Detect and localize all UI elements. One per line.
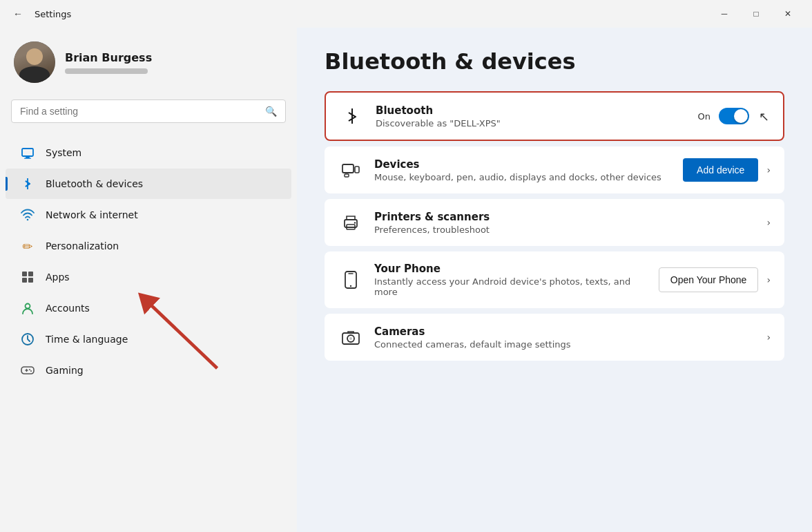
printers-subtitle: Preferences, troubleshoot: [374, 225, 755, 235]
sidebar-label-bluetooth: Bluetooth & devices: [46, 178, 143, 189]
printers-card-icon: [338, 210, 363, 235]
phone-subtitle: Instantly access your Android device's p…: [374, 276, 648, 297]
search-box: 🔍: [11, 99, 286, 123]
phone-card-text: Your Phone Instantly access your Android…: [374, 263, 648, 297]
phone-action: Open Your Phone ›: [659, 267, 771, 292]
bluetooth-subtitle: Discoverable as "DELL-XPS": [376, 118, 686, 129]
devices-chevron: ›: [766, 164, 771, 175]
main-content: Bluetooth & devices Bluetooth Discoverab…: [297, 28, 812, 532]
sidebar-item-personalization[interactable]: ✏️ Personalization: [6, 231, 291, 261]
svg-rect-5: [22, 272, 27, 276]
time-icon: [19, 331, 36, 348]
svg-point-25: [350, 285, 351, 287]
sidebar-item-accounts[interactable]: Accounts: [6, 293, 291, 323]
sidebar-label-accounts: Accounts: [46, 303, 90, 314]
printers-action: ›: [766, 217, 771, 228]
cameras-action: ›: [766, 332, 771, 343]
sidebar-item-time[interactable]: Time & language: [6, 324, 291, 354]
svg-point-9: [26, 304, 30, 309]
svg-point-4: [27, 219, 29, 221]
gaming-icon: [19, 362, 36, 379]
sidebar-item-gaming[interactable]: Gaming: [6, 355, 291, 386]
svg-rect-7: [22, 278, 27, 283]
maximize-button[interactable]: □: [740, 3, 772, 25]
svg-rect-2: [24, 158, 31, 159]
phone-card[interactable]: Your Phone Instantly access your Android…: [325, 251, 784, 308]
user-info: Brian Burgess: [65, 51, 152, 74]
svg-rect-18: [342, 164, 354, 173]
search-container: 🔍: [0, 94, 297, 134]
printers-card[interactable]: Printers & scanners Preferences, trouble…: [325, 199, 784, 246]
svg-point-15: [30, 370, 32, 372]
cameras-card[interactable]: Cameras Connected cameras, default image…: [325, 314, 784, 361]
printers-card-text: Printers & scanners Preferences, trouble…: [374, 211, 755, 235]
printers-title: Printers & scanners: [374, 211, 755, 223]
cameras-title: Cameras: [374, 325, 755, 338]
back-button[interactable]: ←: [8, 4, 28, 23]
avatar-image: [14, 41, 55, 83]
bluetooth-title: Bluetooth: [376, 104, 686, 117]
devices-action: Add device ›: [683, 158, 771, 182]
system-icon: [19, 144, 36, 161]
avatar: [14, 41, 55, 83]
open-phone-button[interactable]: Open Your Phone: [659, 267, 759, 292]
svg-rect-0: [22, 149, 33, 156]
devices-card[interactable]: Devices Mouse, keyboard, pen, audio, dis…: [325, 146, 784, 193]
minimize-button[interactable]: ─: [708, 3, 740, 25]
sidebar: Brian Burgess 🔍 System: [0, 28, 297, 532]
devices-subtitle: Mouse, keyboard, pen, audio, displays an…: [374, 172, 672, 182]
user-profile: Brian Burgess: [0, 28, 297, 94]
phone-title: Your Phone: [374, 263, 648, 275]
bluetooth-card-text: Bluetooth Discoverable as "DELL-XPS": [376, 104, 686, 129]
bluetooth-card-icon: [340, 104, 365, 129]
cameras-card-text: Cameras Connected cameras, default image…: [374, 325, 755, 350]
phone-card-icon: [338, 267, 363, 292]
add-device-button[interactable]: Add device: [683, 158, 758, 182]
devices-card-text: Devices Mouse, keyboard, pen, audio, dis…: [374, 158, 672, 182]
apps-icon: [19, 269, 36, 285]
devices-card-icon: [338, 158, 363, 182]
search-input[interactable]: [20, 106, 260, 117]
sidebar-label-apps: Apps: [46, 272, 70, 283]
svg-rect-19: [355, 167, 359, 173]
bluetooth-toggle[interactable]: [719, 108, 749, 124]
cursor-indicator: ↖: [759, 109, 769, 124]
title-bar-left: ← Settings: [8, 4, 71, 23]
svg-point-29: [349, 337, 352, 340]
sidebar-item-apps[interactable]: Apps: [6, 262, 291, 292]
sidebar-label-gaming: Gaming: [46, 365, 84, 376]
cameras-card-icon: [338, 325, 363, 350]
sidebar-label-time: Time & language: [46, 334, 128, 345]
nav-list: System Bluetooth & devices: [0, 134, 297, 389]
svg-rect-20: [345, 174, 349, 177]
toggle-on-label: On: [697, 111, 710, 122]
bluetooth-card[interactable]: Bluetooth Discoverable as "DELL-XPS" On …: [325, 91, 784, 141]
cameras-subtitle: Connected cameras, default image setting…: [374, 339, 755, 350]
bluetooth-toggle-area: On ↖: [697, 108, 769, 124]
personalization-icon: ✏️: [19, 238, 36, 254]
accounts-icon: [19, 300, 36, 316]
sidebar-item-bluetooth[interactable]: Bluetooth & devices: [6, 169, 291, 199]
toggle-knob: [734, 109, 748, 123]
sidebar-label-system: System: [46, 147, 81, 158]
phone-chevron: ›: [766, 274, 771, 285]
svg-rect-6: [28, 272, 33, 276]
user-name: Brian Burgess: [65, 51, 152, 64]
sidebar-label-network: Network & internet: [46, 209, 138, 220]
search-icon: 🔍: [265, 106, 277, 117]
user-bar-decoration: [65, 68, 148, 74]
printers-chevron: ›: [766, 217, 771, 228]
sidebar-item-network[interactable]: Network & internet: [6, 200, 291, 230]
title-bar: ← Settings ─ □ ✕: [0, 0, 812, 28]
page-title: Bluetooth & devices: [325, 48, 784, 75]
app-title: Settings: [35, 9, 71, 19]
devices-title: Devices: [374, 158, 672, 171]
svg-rect-8: [28, 278, 33, 283]
cameras-chevron: ›: [766, 332, 771, 343]
sidebar-label-personalization: Personalization: [46, 240, 119, 251]
window-controls: ─ □ ✕: [708, 3, 804, 25]
svg-point-23: [354, 222, 356, 223]
app-body: Brian Burgess 🔍 System: [0, 28, 812, 532]
sidebar-item-system[interactable]: System: [6, 137, 291, 168]
close-button[interactable]: ✕: [772, 3, 804, 25]
